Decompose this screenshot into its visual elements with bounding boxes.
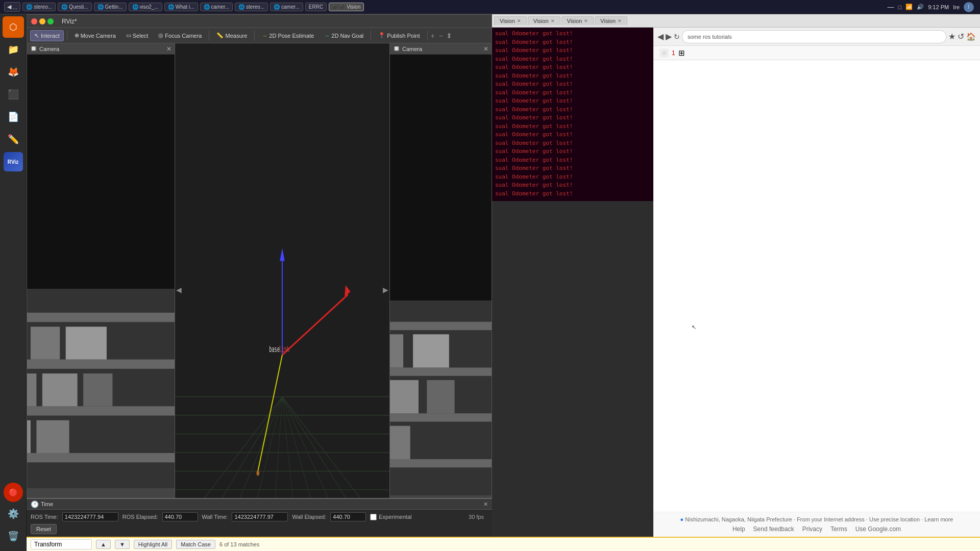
move-camera-btn[interactable]: ⊕ Move Camera [70, 30, 120, 41]
vision-tab-2[interactable]: Vision ✕ [528, 16, 560, 25]
vision-tab-4[interactable]: Vision ✕ [595, 16, 627, 25]
right-camera-top-view[interactable] [390, 55, 492, 301]
wall-time-input[interactable] [232, 512, 288, 521]
refresh-btn[interactable]: ↻ [674, 33, 680, 41]
search-down-btn[interactable]: ▼ [115, 540, 130, 549]
tab-viso2[interactable]: 🌐 viso2_... [129, 3, 162, 11]
ros-time-input[interactable] [62, 512, 118, 521]
sidebar-icon-files[interactable]: 📁 [3, 39, 24, 60]
google-link[interactable]: Use Google.com [855, 525, 901, 533]
collapse-btn[interactable]: ◀ ... [4, 2, 20, 12]
right-camera-close-btn[interactable]: ✕ [483, 45, 488, 53]
vision-tabs-bar: Vision ✕ Vision ✕ Vision ✕ Vision ✕ [492, 14, 980, 28]
vision-tab-2-close[interactable]: ✕ [551, 18, 555, 23]
left-camera-close-btn[interactable]: ✕ [166, 45, 172, 53]
terms-link[interactable]: Terms [830, 525, 847, 533]
user-avatar[interactable]: I [964, 2, 974, 12]
reset-button[interactable]: Reset [31, 524, 57, 534]
sidebar-icon-rviz[interactable]: RViz [3, 151, 24, 172]
nav-icon: → [324, 33, 330, 39]
left-camera-panel: 🔲 Camera ✕ [27, 43, 175, 536]
new-tab-btn[interactable]: ⊞ [678, 48, 685, 58]
browser-main-content[interactable]: ↖ [653, 60, 980, 512]
vision-tab-1[interactable]: Vision ✕ [494, 16, 527, 25]
wall-elapsed-input[interactable] [330, 512, 366, 521]
minimize-window-btn[interactable] [39, 18, 45, 24]
text-icon: 📄 [8, 111, 19, 122]
minimize-icon[interactable]: — [888, 3, 894, 11]
highlight-all-btn[interactable]: Highlight All [134, 540, 172, 549]
sidebar-icon-main[interactable]: ⬡ [3, 16, 24, 38]
sidebar-icon-settings[interactable]: ⚙️ [3, 503, 24, 524]
sidebar-icon-trash[interactable]: 🗑️ [3, 525, 24, 547]
pose-estimate-btn[interactable]: → 2D Pose Estimate [258, 31, 318, 41]
3d-view[interactable]: ◀ ▶ [175, 43, 389, 536]
draw-icon: ✏️ [8, 134, 19, 145]
more-tools-btn[interactable]: + [431, 32, 435, 40]
tab-camer1[interactable]: 🌐 camer... [200, 3, 233, 11]
tab-stereo1[interactable]: 🌐 stereo... [22, 3, 56, 11]
home-btn[interactable]: 🏠 [966, 32, 976, 41]
terminal-line-11: sual Odometer got lost! [495, 114, 650, 122]
terminal-panel: sual Odometer got lost! sual Odometer go… [492, 28, 653, 201]
sidebar-icon-ros[interactable]: 🔴 [4, 483, 23, 502]
maximize-window-btn[interactable] [47, 18, 54, 24]
search-up-btn[interactable]: ▲ [96, 540, 111, 549]
measure-btn[interactable]: 📏 Measure [212, 30, 251, 41]
close-window-btn[interactable] [31, 18, 37, 24]
sidebar-icon-browser[interactable]: 🦊 [3, 61, 24, 83]
select-btn[interactable]: ▭ Select [122, 30, 153, 41]
vision-tab-3[interactable]: Vision ✕ [561, 16, 594, 25]
vision-tab-1-close[interactable]: ✕ [517, 18, 521, 23]
extra-options2-btn[interactable]: ⬍ [446, 32, 452, 40]
tab-stereo2[interactable]: 🌐 stereo... [235, 3, 268, 11]
tab-questi[interactable]: 🌐 Questi... [58, 3, 91, 11]
terminal-content: sual Odometer got lost! sual Odometer go… [492, 28, 653, 200]
svg-text:link: link [279, 344, 289, 354]
sidebar-icon-text[interactable]: 📄 [3, 106, 24, 128]
terminal-line-20: sual Odometer got lost! [495, 190, 650, 198]
view-arrow-left-btn[interactable]: ◀ [176, 286, 182, 294]
forward-btn[interactable]: ▶ [666, 32, 672, 41]
focus-camera-btn[interactable]: ◎ Focus Camera [154, 30, 206, 41]
maximize-icon[interactable]: □ [898, 4, 902, 10]
help-link[interactable]: Help [732, 525, 745, 533]
sidebar-icon-draw[interactable]: ✏️ [3, 129, 24, 150]
vision-tab-1-label: Vision [500, 18, 515, 24]
interact-tool-btn[interactable]: ↖ Interact [30, 30, 64, 41]
tab-camer2[interactable]: 🌐 camer... [270, 3, 303, 11]
rviz-content-area: 🔲 Camera ✕ [27, 43, 492, 536]
vision-tab-3-close[interactable]: ✕ [584, 18, 588, 23]
nav-goal-btn[interactable]: → 2D Nav Goal [320, 31, 368, 41]
window-controls [31, 18, 54, 24]
view-arrow-right-btn[interactable]: ▶ [383, 286, 388, 294]
left-camera-top-view[interactable] [27, 55, 175, 289]
left-camera-bottom-view[interactable] [27, 289, 175, 523]
tab-whati[interactable]: 🌐 What i... [164, 3, 198, 11]
feedback-link[interactable]: Send feedback [753, 525, 794, 533]
url-bar[interactable]: some ros tutorials [682, 30, 946, 43]
search-input[interactable] [31, 539, 92, 549]
time-panel-close-btn[interactable]: ✕ [483, 501, 488, 508]
apps-icon[interactable]: ⊞ [659, 48, 669, 58]
extra-options-btn[interactable]: − [439, 32, 443, 40]
tab-vision[interactable]: ⚫ ⚫ Vision [329, 3, 364, 11]
privacy-link[interactable]: Privacy [802, 525, 822, 533]
sync-btn[interactable]: ↺ [958, 32, 964, 41]
vision-tab-4-close[interactable]: ✕ [618, 18, 622, 23]
experimental-checkbox-area: Experimental [370, 514, 411, 520]
terminal-line-19: sual Odometer got lost! [495, 181, 650, 190]
ros-elapsed-input[interactable] [162, 512, 198, 521]
experimental-checkbox[interactable] [370, 514, 377, 520]
svg-text:base: base [269, 344, 280, 354]
star-btn[interactable]: ★ [948, 32, 955, 41]
toolbar-sep2 [209, 31, 209, 41]
right-camera-bottom-view[interactable] [390, 301, 492, 523]
tab-gettin[interactable]: 🌐 Gettin... [94, 3, 127, 11]
match-case-btn[interactable]: Match Case [176, 540, 215, 549]
tab-errc[interactable]: ERRC [305, 3, 327, 11]
publish-point-btn[interactable]: 📍 Publish Point [374, 30, 424, 41]
sidebar-icon-terminal[interactable]: ⬛ [3, 84, 24, 105]
back-btn[interactable]: ◀ [657, 32, 664, 41]
rviz-titlebar: RViz* [27, 15, 492, 28]
